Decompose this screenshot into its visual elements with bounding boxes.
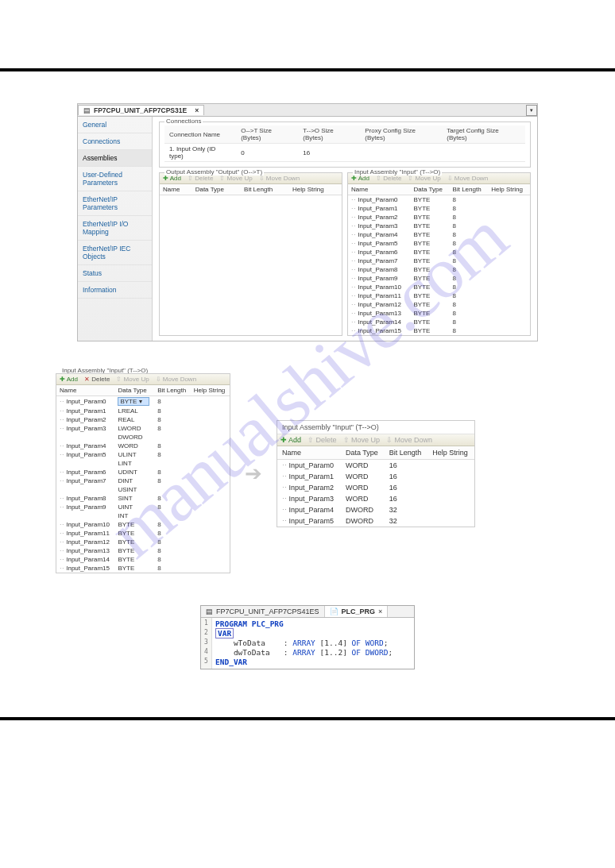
code-line: VAR (215, 629, 393, 638)
table-row[interactable]: Input_Param4DWORD32 (277, 504, 474, 515)
table-row[interactable]: Input_Param15BYTE8 (56, 564, 230, 573)
table-row[interactable]: Input_Param14BYTE8 (56, 555, 230, 564)
col-header: Data Type (411, 184, 450, 195)
col-header: Help String (289, 184, 342, 195)
table-row[interactable]: Input_Param4WORD8 (56, 442, 230, 450)
movedown-button[interactable]: Move Down (156, 376, 196, 383)
col-header: Data Type (192, 184, 241, 195)
table-row[interactable]: Input_Param12BYTE8 (56, 538, 230, 546)
device-icon: ▤ (83, 106, 91, 114)
col-header: Data Type (114, 385, 154, 396)
table-row[interactable]: Input_Param9BYTE8 (348, 274, 530, 283)
table-row[interactable]: Input_Param2BYTE8 (348, 213, 530, 222)
p2-left-toolbar: Add Delete Move Up Move Down (56, 374, 230, 385)
close-icon[interactable]: × (378, 608, 382, 615)
sidebar-item-general[interactable]: General (78, 117, 152, 133)
table-row[interactable]: Input_Param3BYTE8 (348, 222, 530, 230)
sidebar-item-information[interactable]: Information (78, 282, 152, 299)
code-line: dwToData : ARRAY [1..2] OF DWORD; (215, 648, 393, 658)
movedown-button[interactable]: Move Down (259, 175, 300, 182)
side-nav: GeneralConnectionsAssembliesUser-Defined… (78, 117, 153, 341)
sidebar-item-assemblies[interactable]: Assemblies (78, 150, 152, 167)
table-row[interactable]: Input_Param0BYTE ▾8 (56, 396, 230, 407)
table-row[interactable]: Input_Param6UDINT8 (56, 468, 230, 476)
movedown-button[interactable]: Move Down (447, 175, 488, 182)
p2-right-box: Input Assembly "Input" (T-->O) Add Delet… (277, 420, 475, 527)
table-row[interactable]: Input_Param5BYTE8 (348, 239, 530, 248)
input-assembly-box: Input Assembly "Input" (T-->O) Add Delet… (347, 172, 531, 336)
table-row[interactable]: Input_Param0BYTE8 (348, 195, 530, 205)
table-row[interactable]: Input_Param11BYTE8 (348, 291, 530, 300)
code-line: PROGRAM PLC_PRG (215, 619, 393, 629)
table-row[interactable]: Input_Param10BYTE8 (348, 283, 530, 291)
col-header: Name (277, 446, 341, 460)
table-row[interactable]: Input_Param2REAL8 (56, 415, 230, 424)
p2-right-legend: Input Assembly "Input" (T-->O) (277, 421, 474, 434)
file-tab-title: FP7CPU_UNIT_AFP7CPS31E (94, 106, 187, 114)
table-row[interactable]: Input_Param4BYTE8 (348, 230, 530, 239)
close-icon[interactable]: × (195, 106, 199, 114)
sidebar-item-ethernet-ip-i-o-mapping[interactable]: EtherNet/IP I/O Mapping (78, 216, 152, 241)
table-row[interactable]: Input_Param5ULINT8 (56, 450, 230, 459)
table-row[interactable]: Input_Param3LWORD8 (56, 424, 230, 433)
tab-dropdown[interactable]: ▾ (526, 105, 537, 116)
movedown-button[interactable]: Move Down (386, 436, 432, 444)
table-row[interactable]: LINT (56, 459, 230, 468)
sidebar-item-ethernet-ip-parameters[interactable]: EtherNet/IP Parameters (78, 191, 152, 216)
table-row[interactable]: Input_Param8BYTE8 (348, 265, 530, 274)
sidebar-item-connections[interactable]: Connections (78, 133, 152, 150)
delete-button[interactable]: Delete (84, 376, 110, 383)
table-row[interactable]: 1. Input Only (ID type)016 (164, 144, 525, 162)
add-button[interactable]: Add (351, 175, 369, 182)
table-row[interactable]: Input_Param9UINT8 (56, 503, 230, 511)
p2-left-box: Add Delete Move Up Move Down NameData Ty… (56, 373, 230, 573)
sidebar-item-user-defined-parameters[interactable]: User-Defined Parameters (78, 167, 152, 191)
table-row[interactable]: Input_Param1WORD16 (277, 471, 474, 482)
col-header: Bit Length (241, 184, 289, 195)
sidebar-item-status[interactable]: Status (78, 265, 152, 282)
table-row[interactable]: Input_Param5DWORD32 (277, 515, 474, 527)
code-line: wToData : ARRAY [1..4] OF WORD; (215, 638, 393, 648)
col-header: Target Config Size (Bytes) (442, 125, 525, 144)
table-row[interactable]: DWORD (56, 433, 230, 442)
table-row[interactable]: Input_Param12BYTE8 (348, 300, 530, 309)
table-row[interactable]: Input_Param7BYTE8 (348, 257, 530, 265)
table-row[interactable]: Input_Param7DINT8 (56, 476, 230, 485)
table-row[interactable]: INT (56, 511, 230, 520)
moveup-button[interactable]: Move Up (408, 175, 440, 182)
table-row[interactable]: Input_Param8SINT8 (56, 494, 230, 503)
table-row[interactable]: Input_Param10BYTE8 (56, 520, 230, 529)
table-row[interactable]: Input_Param15BYTE8 (348, 326, 530, 335)
table-row[interactable]: Input_Param1LREAL8 (56, 407, 230, 415)
col-header: Bit Length (385, 446, 428, 460)
datatype-dropdown[interactable]: BYTE ▾ (118, 397, 149, 406)
sidebar-item-ethernet-ip-iec-objects[interactable]: EtherNet/IP IEC Objects (78, 241, 152, 265)
table-row[interactable]: Input_Param13BYTE8 (348, 309, 530, 318)
table-row[interactable]: Input_Param3WORD16 (277, 493, 474, 504)
delete-button[interactable]: Delete (188, 175, 213, 182)
connections-table: Connection NameO-->T Size (Bytes)T-->O S… (164, 125, 525, 162)
moveup-button[interactable]: Move Up (116, 376, 149, 383)
col-header: Help String (191, 385, 230, 396)
add-button[interactable]: Add (60, 376, 78, 383)
add-button[interactable]: Add (280, 436, 301, 444)
code-body[interactable]: PROGRAM PLC_PRGVAR wToData : ARRAY [1..4… (212, 618, 396, 669)
table-row[interactable]: Input_Param6BYTE8 (348, 248, 530, 257)
table-row[interactable]: Input_Param13BYTE8 (56, 546, 230, 555)
file-tab[interactable]: ▤ FP7CPU_UNIT_AFP7CPS31E × (78, 105, 204, 115)
output-assembly-table: NameData TypeBit LengthHelp String (160, 184, 342, 195)
moveup-button[interactable]: Move Up (219, 175, 252, 182)
col-header: Help String (427, 446, 474, 460)
table-row[interactable]: Input_Param2WORD16 (277, 482, 474, 493)
delete-button[interactable]: Delete (308, 436, 337, 444)
code-tab-prg[interactable]: 📄 PLC_PRG × (325, 606, 389, 617)
code-tab-device[interactable]: ▤ FP7CPU_UNIT_AFP7CPS41ES (201, 606, 325, 617)
table-row[interactable]: Input_Param14BYTE8 (348, 318, 530, 326)
add-button[interactable]: Add (163, 175, 181, 182)
delete-button[interactable]: Delete (376, 175, 401, 182)
table-row[interactable]: Input_Param0WORD16 (277, 459, 474, 471)
moveup-button[interactable]: Move Up (343, 436, 381, 444)
table-row[interactable]: USINT (56, 485, 230, 494)
table-row[interactable]: Input_Param1BYTE8 (348, 204, 530, 213)
table-row[interactable]: Input_Param11BYTE8 (56, 529, 230, 538)
